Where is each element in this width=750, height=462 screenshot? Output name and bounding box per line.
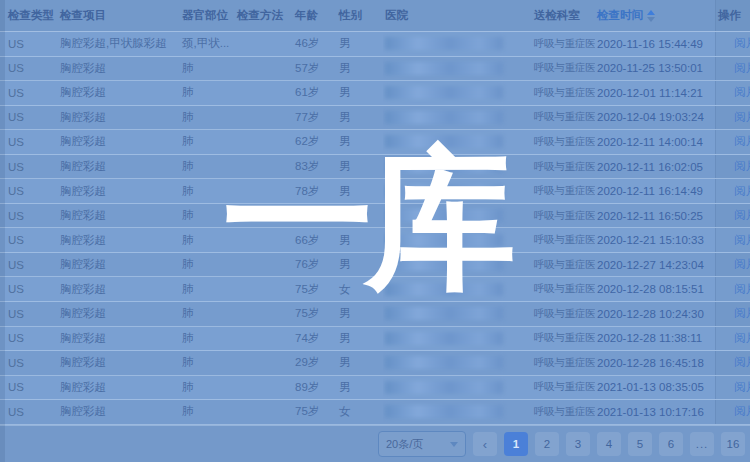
- cell-hospital: [383, 277, 532, 301]
- view-film-link[interactable]: 阅片: [734, 134, 750, 149]
- page-button-6[interactable]: 6: [659, 432, 683, 456]
- cell-age: 89岁: [293, 376, 337, 400]
- cell-organ: 肺: [180, 302, 235, 326]
- view-film-link[interactable]: 阅片: [734, 355, 750, 370]
- cell-hospital: [383, 32, 532, 56]
- view-film-link[interactable]: 阅片: [734, 184, 750, 199]
- table-row: US胸腔彩超肺77岁男呼吸与重症医...2020-12-04 19:03:24阅…: [0, 106, 750, 131]
- cell-hospital: [383, 302, 532, 326]
- view-film-link[interactable]: 阅片: [734, 208, 750, 223]
- cell-dept: 呼吸与重症医...: [532, 57, 595, 81]
- sort-carets-icon[interactable]: [647, 10, 655, 22]
- column-header-gender: 性别: [337, 0, 383, 31]
- table-row: US胸腔彩超肺66岁男呼吸与重症医...2020-12-21 15:10:33阅…: [0, 228, 750, 253]
- cell-exam_type: US: [0, 57, 58, 81]
- cell-gender: 女: [337, 400, 383, 424]
- cell-age: 61岁: [293, 81, 337, 105]
- column-label: 检查类型: [8, 8, 54, 23]
- cell-organ: 肺: [180, 327, 235, 351]
- cell-gender: 女: [337, 204, 383, 228]
- cell-method: [235, 32, 293, 56]
- cell-hospital: [383, 179, 532, 203]
- column-header-exam_time[interactable]: 检查时间: [595, 0, 715, 31]
- view-film-link[interactable]: 阅片: [734, 233, 750, 248]
- page-button-5[interactable]: 5: [628, 432, 652, 456]
- cell-exam_type: US: [0, 351, 58, 375]
- cell-age: 83岁: [293, 155, 337, 179]
- cell-hospital: [383, 253, 532, 277]
- cell-exam_item: 胸腔彩超: [58, 228, 180, 252]
- cell-method: [235, 351, 293, 375]
- cell-age: 76岁: [293, 253, 337, 277]
- cell-dept: 呼吸与重症医...: [532, 32, 595, 56]
- cell-method: [235, 106, 293, 130]
- cell-age: 66岁: [293, 228, 337, 252]
- view-film-link[interactable]: 阅片: [734, 61, 750, 76]
- page-button-3[interactable]: 3: [566, 432, 590, 456]
- hospital-redacted: [385, 356, 503, 369]
- cell-hospital: [383, 351, 532, 375]
- view-film-link[interactable]: 阅片: [734, 380, 750, 395]
- cell-method: [235, 228, 293, 252]
- column-header-exam_item: 检查项目: [58, 0, 180, 31]
- cell-gender: 男: [337, 179, 383, 203]
- cell-dept: 呼吸与重症医...: [532, 106, 595, 130]
- view-film-link[interactable]: 阅片: [734, 404, 750, 419]
- cell-gender: 女: [337, 277, 383, 301]
- page-button-1[interactable]: 1: [504, 432, 528, 456]
- cell-exam_type: US: [0, 376, 58, 400]
- column-header-dept: 送检科室: [532, 0, 595, 31]
- view-film-link[interactable]: 阅片: [734, 282, 750, 297]
- page-ellipsis[interactable]: ...: [690, 432, 714, 456]
- cell-exam_type: US: [0, 106, 58, 130]
- cell-organ: 肺: [180, 204, 235, 228]
- table-row: US胸腔彩超肺89岁男呼吸与重症医...2021-01-13 08:35:05阅…: [0, 376, 750, 401]
- hospital-redacted: [385, 332, 503, 345]
- column-label: 检查时间: [597, 8, 643, 23]
- column-label: 器官部位: [182, 8, 228, 23]
- cell-organ: 肺: [180, 179, 235, 203]
- sort-descending-icon: [647, 17, 655, 22]
- cell-dept: 呼吸与重症医...: [532, 376, 595, 400]
- cell-dept: 呼吸与重症医...: [532, 204, 595, 228]
- cell-exam_type: US: [0, 204, 58, 228]
- view-film-link[interactable]: 阅片: [734, 159, 750, 174]
- view-film-link[interactable]: 阅片: [734, 306, 750, 321]
- chevron-down-icon: [450, 442, 458, 447]
- cell-dept: 呼吸与重症医...: [532, 302, 595, 326]
- cell-age: 78岁: [293, 179, 337, 203]
- view-film-link[interactable]: 阅片: [734, 36, 750, 51]
- cell-exam_type: US: [0, 277, 58, 301]
- cell-hospital: [383, 57, 532, 81]
- hospital-redacted: [385, 37, 503, 50]
- cell-organ: 肺: [180, 81, 235, 105]
- view-film-link[interactable]: 阅片: [734, 85, 750, 100]
- hospital-redacted: [385, 405, 503, 418]
- cell-age: 62岁: [293, 130, 337, 154]
- column-label: 性别: [339, 8, 362, 23]
- page-size-select[interactable]: 20条/页: [378, 431, 466, 457]
- hospital-redacted: [385, 307, 503, 320]
- cell-action: 阅片: [715, 57, 750, 81]
- hospital-redacted: [385, 62, 503, 75]
- prev-page-button[interactable]: ‹: [473, 432, 497, 456]
- view-film-link[interactable]: 阅片: [734, 110, 750, 125]
- cell-action: 阅片: [715, 106, 750, 130]
- page-button-16[interactable]: 16: [721, 432, 745, 456]
- cell-method: [235, 302, 293, 326]
- cell-exam_item: 胸腔彩超: [58, 277, 180, 301]
- cell-method: [235, 376, 293, 400]
- hospital-redacted: [385, 135, 503, 148]
- page-size-value: 20条/页: [386, 437, 423, 452]
- cell-organ: 肺: [180, 57, 235, 81]
- page-button-4[interactable]: 4: [597, 432, 621, 456]
- column-header-action: 操作: [715, 0, 750, 31]
- page-button-2[interactable]: 2: [535, 432, 559, 456]
- cell-method: [235, 327, 293, 351]
- cell-gender: 男: [337, 302, 383, 326]
- cell-gender: 男: [337, 327, 383, 351]
- cell-exam_item: 胸腔彩超,甲状腺彩超: [58, 32, 180, 56]
- cell-action: 阅片: [715, 376, 750, 400]
- view-film-link[interactable]: 阅片: [734, 257, 750, 272]
- view-film-link[interactable]: 阅片: [734, 331, 750, 346]
